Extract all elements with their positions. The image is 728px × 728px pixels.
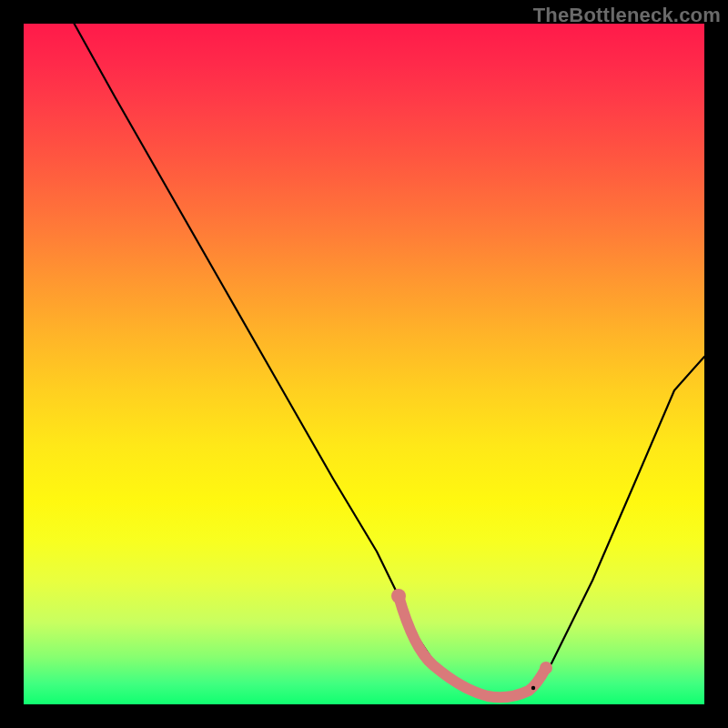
plot-area <box>24 24 704 704</box>
watermark-text: TheBottleneck.com <box>533 4 721 27</box>
optimal-range-highlight <box>399 596 546 697</box>
chart-container: TheBottleneck.com <box>0 0 728 728</box>
curve-line <box>69 15 704 698</box>
highlight-end-dot <box>540 662 552 674</box>
highlight-start-dot <box>391 589 406 603</box>
curve-marker-dot <box>531 686 535 690</box>
bottleneck-curve <box>24 24 704 704</box>
